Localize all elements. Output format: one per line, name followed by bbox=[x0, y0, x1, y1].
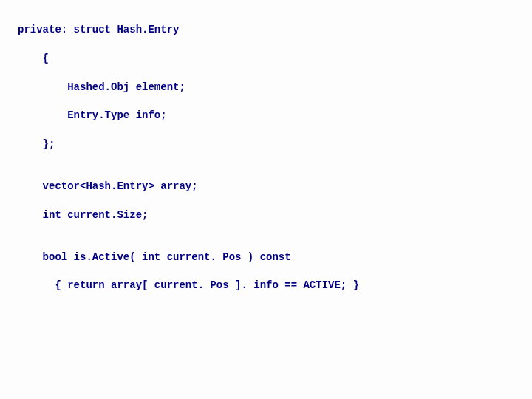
blank-line bbox=[18, 38, 514, 51]
code-line-2: { bbox=[18, 51, 514, 66]
blank-line bbox=[18, 194, 514, 208]
code-line-4: Entry.Type info; bbox=[18, 108, 514, 123]
blank-line bbox=[18, 265, 514, 278]
blank-line bbox=[18, 66, 514, 80]
code-line-6: vector<Hash.Entry> array; bbox=[18, 179, 514, 194]
code-block: private: struct Hash.Entry { Hashed.Obj … bbox=[0, 0, 532, 316]
code-line-9: { return array[ current. Pos ]. info == … bbox=[18, 278, 514, 293]
code-line-1: private: struct Hash.Entry bbox=[18, 22, 514, 38]
code-line-8: bool is.Active( int current. Pos ) const bbox=[18, 250, 514, 265]
blank-line bbox=[18, 95, 514, 108]
blank-line bbox=[18, 236, 514, 250]
blank-line bbox=[18, 123, 514, 137]
code-line-3: Hashed.Obj element; bbox=[18, 80, 514, 95]
blank-line bbox=[18, 223, 514, 236]
blank-line bbox=[18, 152, 514, 166]
code-line-7: int current.Size; bbox=[18, 208, 514, 223]
code-line-5: }; bbox=[18, 137, 514, 152]
blank-line bbox=[18, 166, 514, 179]
